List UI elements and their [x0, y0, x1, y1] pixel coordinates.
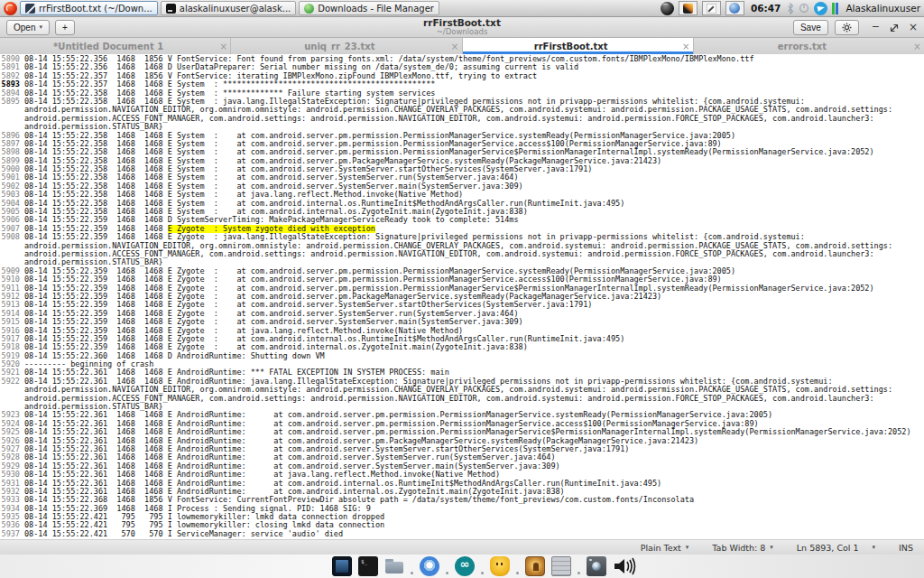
taskbar-window-downloads-file-manager[interactable]: Downloads - File Manager: [299, 1, 439, 15]
new-tab-button[interactable]: +: [55, 20, 75, 35]
log-line: 593608-14 15:55:22.421 795 795 I lowmemo…: [0, 521, 924, 529]
line-number: [0, 115, 24, 123]
log-line: 593708-14 15:55:22.421 570 570 I Service…: [0, 530, 924, 538]
log-line: 590908-14 15:55:22.359 1468 1468 E Zygot…: [0, 267, 924, 275]
log-line: 593308-14 15:55:22.368 1468 1856 V FontS…: [0, 496, 924, 504]
menu-gear-button[interactable]: [835, 20, 859, 35]
globe-tray-button[interactable]: [725, 1, 744, 15]
line-number: [0, 250, 24, 258]
line-text: 08-14 15:55:22.359 1468 1468 E Zygote : …: [24, 284, 924, 293]
line-text: 08-14 15:55:22.359 1468 1468 E Zygote : …: [24, 275, 924, 284]
log-line: android.permission.ACCESS_FONT_MANAGER, …: [0, 115, 924, 123]
chevron-down-icon: ▾: [770, 544, 773, 551]
file-manager-icon: [304, 4, 314, 14]
file-manager-icon[interactable]: [384, 556, 404, 576]
tab-uniq-rr-23-txt[interactable]: uniq_rr_23.txt×: [231, 38, 462, 54]
dock-separator-dot: [481, 572, 484, 574]
log-line: 592208-14 15:55:22.361 1468 1468 E Andro…: [0, 378, 924, 386]
terminal-icon[interactable]: [358, 556, 378, 576]
minimize-icon[interactable]: −: [872, 23, 880, 32]
line-text: 08-14 15:55:22.359 1468 1468 D SystemSer…: [24, 216, 924, 224]
log-line: 590408-14 15:55:22.358 1468 1468 E Syste…: [0, 200, 924, 208]
taskbar-window-alaskalinuxuser-alask[interactable]: alaskalinuxuser@alask...: [161, 1, 297, 15]
cursor-position-label[interactable]: Ln 5893, Col 1: [797, 543, 859, 553]
log-line: 592108-14 15:55:22.361 1468 1468 E Andro…: [0, 368, 924, 377]
restore-icon[interactable]: [890, 19, 899, 36]
line-number: [0, 386, 24, 394]
headerbar: Open ▾ + rrFirstBoot.txt ~/Downloads Sav…: [0, 17, 924, 38]
line-text: 08-14 15:55:22.358 1468 1468 E System : …: [24, 157, 924, 165]
server-icon[interactable]: [551, 556, 571, 576]
line-text: 08-14 15:55:22.361 1468 1468 E AndroidRu…: [24, 471, 924, 479]
tab-rrfirstboot-txt[interactable]: rrFirstBoot.txt×: [463, 38, 694, 54]
taskbar-window-rrfirstboot-txt-down[interactable]: rrFirstBoot.txt (~/Down...: [20, 1, 158, 15]
terminal-monitor-icon[interactable]: [332, 556, 352, 576]
log-line: 593208-14 15:55:22.361 1468 1468 E Andro…: [0, 488, 924, 496]
globe-tray-icon: [729, 3, 740, 14]
log-line: 590308-14 15:55:22.358 1468 1468 E Syste…: [0, 191, 924, 199]
save-button[interactable]: Save: [793, 20, 828, 35]
tab-width-selector[interactable]: Tab Width: 8 ▾: [712, 543, 772, 553]
arduino-icon[interactable]: [455, 556, 475, 576]
tab-errors-txt[interactable]: errors.txt×: [694, 38, 924, 54]
close-icon[interactable]: ×: [909, 23, 918, 33]
line-number: 5922: [0, 378, 24, 386]
chevron-down-icon[interactable]: ▾: [873, 544, 876, 551]
genie-lamp-icon[interactable]: [490, 556, 510, 576]
log-line: 591708-14 15:55:22.359 1468 1468 E Zygot…: [0, 335, 924, 343]
tab-close-icon[interactable]: ×: [217, 42, 230, 51]
file-type-selector[interactable]: Plain Text ▾: [641, 543, 689, 553]
line-text: 08-14 15:55:22.359 1468 1468 E Zygote : …: [24, 293, 924, 301]
pencil-tray-button[interactable]: [702, 1, 721, 15]
insert-mode-label[interactable]: INS: [899, 543, 913, 553]
bluetooth-icon[interactable]: [787, 3, 794, 14]
emblem-badge-icon[interactable]: [525, 556, 545, 576]
line-text: 08-14 15:55:22.361 1468 1468 E AndroidRu…: [24, 462, 924, 471]
network-tray-icon[interactable]: [799, 3, 809, 14]
log-line: android.permission.NAVIGATION_EDITOR, or…: [0, 386, 924, 394]
tab-close-icon[interactable]: ×: [448, 42, 462, 51]
dark-globe-tray-icon[interactable]: [661, 2, 674, 15]
line-text: 08-14 15:55:22.359 1468 1468 E Zygote : …: [24, 301, 924, 309]
cpu-graph-icon[interactable]: [832, 2, 838, 14]
dock-separator-dot: [411, 572, 413, 574]
line-text: 08-14 15:55:22.361 1468 1468 E AndroidRu…: [24, 411, 924, 419]
line-text: 08-14 15:55:22.358 1468 1468 E System : …: [24, 148, 924, 156]
log-line: 591908-14 15:55:22.360 1468 1468 D Andro…: [0, 352, 924, 360]
telegram-icon[interactable]: [814, 2, 827, 15]
flame-tray-button[interactable]: [679, 1, 698, 15]
log-line: 589708-14 15:55:22.358 1468 1468 E Syste…: [0, 140, 924, 148]
dock-separator-dot: [516, 572, 519, 574]
tab-close-icon[interactable]: ×: [910, 42, 924, 51]
tab-close-icon[interactable]: ×: [679, 42, 693, 51]
chromium-icon[interactable]: [420, 556, 439, 576]
log-line: 589208-14 15:55:22.357 1468 1856 V FontS…: [0, 72, 924, 80]
tab-untitled-document-1[interactable]: *Untitled Document 1×: [0, 38, 231, 54]
tab-label: rrFirstBoot.txt: [463, 42, 679, 51]
log-line: 591608-14 15:55:22.359 1468 1468 E Zygot…: [0, 327, 924, 335]
log-line: 591808-14 15:55:22.359 1468 1468 E Zygot…: [0, 343, 924, 351]
line-text: android.permission.STATUS_BAR}: [24, 258, 924, 266]
open-button[interactable]: Open ▾: [6, 20, 50, 35]
line-text: 08-14 15:55:22.359 1468 1468 E Zygote : …: [24, 318, 924, 326]
log-line: 589508-14 15:55:22.358 1468 1468 E Syste…: [0, 98, 924, 106]
log-line: 590708-14 15:55:22.359 1468 1468 E Zygot…: [0, 225, 924, 233]
camera-icon[interactable]: [587, 556, 606, 576]
window-controls: − ×: [872, 19, 918, 36]
line-text: 08-14 15:55:22.358 1468 1468 E System : …: [24, 200, 924, 208]
log-line: android.permission.STATUS_BAR}: [0, 403, 924, 411]
line-text: 08-14 15:55:22.358 1468 1468 E System : …: [24, 182, 924, 191]
tab-label: errors.txt: [694, 42, 910, 51]
log-line: 591008-14 15:55:22.359 1468 1468 E Zygot…: [0, 275, 924, 284]
dock-separator-dot: [578, 572, 580, 574]
log-line: 592308-14 15:55:22.361 1468 1468 E Andro…: [0, 411, 924, 419]
dock-separator-dot: [446, 572, 448, 574]
clock[interactable]: 06:47: [751, 3, 781, 14]
applications-menu-icon[interactable]: [4, 2, 17, 15]
log-line: 593408-14 15:55:22.369 1468 1468 I Proce…: [0, 505, 924, 513]
log-line: 5920--------- beginning of crash: [0, 360, 924, 368]
line-text: 08-14 15:55:22.358 1468 1468 E System : …: [24, 165, 924, 173]
line-text: 08-14 15:55:22.361 1468 1468 E AndroidRu…: [24, 437, 924, 445]
text-editor-content[interactable]: 589008-14 15:55:22.356 1468 1856 V FontS…: [0, 54, 924, 539]
volume-icon[interactable]: [613, 556, 637, 576]
